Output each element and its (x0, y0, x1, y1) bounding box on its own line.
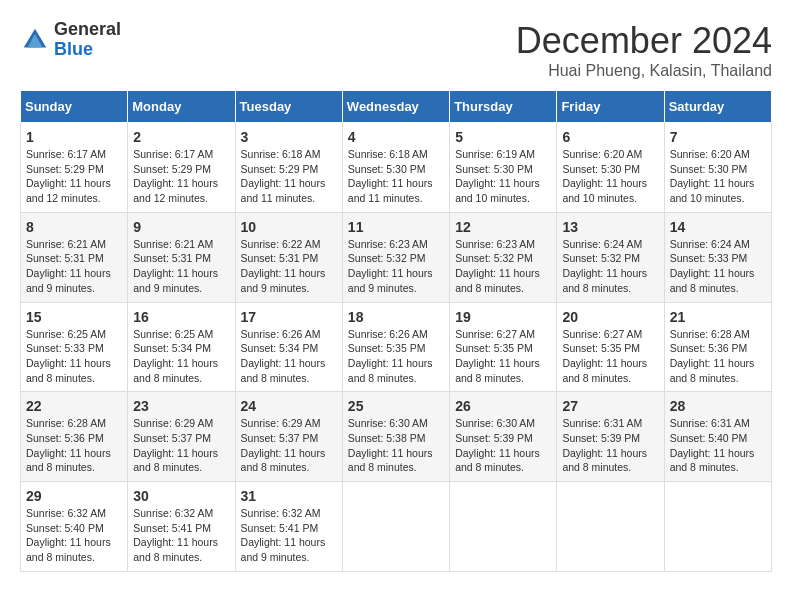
day-number: 22 (26, 398, 122, 414)
day-number: 5 (455, 129, 551, 145)
header-friday: Friday (557, 91, 664, 123)
day-number: 13 (562, 219, 658, 235)
day-cell-29: 29 Sunrise: 6:32 AMSunset: 5:40 PMDaylig… (21, 482, 128, 572)
day-info: Sunrise: 6:21 AMSunset: 5:31 PMDaylight:… (133, 237, 229, 296)
day-number: 17 (241, 309, 337, 325)
day-cell-5: 5 Sunrise: 6:19 AMSunset: 5:30 PMDayligh… (450, 123, 557, 213)
day-info: Sunrise: 6:20 AMSunset: 5:30 PMDaylight:… (562, 147, 658, 206)
day-cell-12: 12 Sunrise: 6:23 AMSunset: 5:32 PMDaylig… (450, 212, 557, 302)
day-cell-1: 1 Sunrise: 6:17 AMSunset: 5:29 PMDayligh… (21, 123, 128, 213)
day-info: Sunrise: 6:32 AMSunset: 5:41 PMDaylight:… (133, 506, 229, 565)
header-monday: Monday (128, 91, 235, 123)
day-info: Sunrise: 6:19 AMSunset: 5:30 PMDaylight:… (455, 147, 551, 206)
empty-cell (342, 482, 449, 572)
logo-icon (20, 25, 50, 55)
day-cell-9: 9 Sunrise: 6:21 AMSunset: 5:31 PMDayligh… (128, 212, 235, 302)
day-info: Sunrise: 6:26 AMSunset: 5:35 PMDaylight:… (348, 327, 444, 386)
day-info: Sunrise: 6:24 AMSunset: 5:33 PMDaylight:… (670, 237, 766, 296)
day-number: 25 (348, 398, 444, 414)
day-cell-23: 23 Sunrise: 6:29 AMSunset: 5:37 PMDaylig… (128, 392, 235, 482)
day-cell-21: 21 Sunrise: 6:28 AMSunset: 5:36 PMDaylig… (664, 302, 771, 392)
day-info: Sunrise: 6:23 AMSunset: 5:32 PMDaylight:… (348, 237, 444, 296)
day-number: 2 (133, 129, 229, 145)
day-cell-11: 11 Sunrise: 6:23 AMSunset: 5:32 PMDaylig… (342, 212, 449, 302)
week-row-4: 22 Sunrise: 6:28 AMSunset: 5:36 PMDaylig… (21, 392, 772, 482)
day-info: Sunrise: 6:28 AMSunset: 5:36 PMDaylight:… (26, 416, 122, 475)
day-info: Sunrise: 6:30 AMSunset: 5:39 PMDaylight:… (455, 416, 551, 475)
day-cell-20: 20 Sunrise: 6:27 AMSunset: 5:35 PMDaylig… (557, 302, 664, 392)
day-number: 24 (241, 398, 337, 414)
day-number: 10 (241, 219, 337, 235)
logo-general: General (54, 20, 121, 40)
day-info: Sunrise: 6:30 AMSunset: 5:38 PMDaylight:… (348, 416, 444, 475)
day-number: 4 (348, 129, 444, 145)
day-info: Sunrise: 6:31 AMSunset: 5:39 PMDaylight:… (562, 416, 658, 475)
day-cell-28: 28 Sunrise: 6:31 AMSunset: 5:40 PMDaylig… (664, 392, 771, 482)
day-number: 28 (670, 398, 766, 414)
day-cell-22: 22 Sunrise: 6:28 AMSunset: 5:36 PMDaylig… (21, 392, 128, 482)
day-info: Sunrise: 6:32 AMSunset: 5:40 PMDaylight:… (26, 506, 122, 565)
day-info: Sunrise: 6:25 AMSunset: 5:34 PMDaylight:… (133, 327, 229, 386)
day-cell-3: 3 Sunrise: 6:18 AMSunset: 5:29 PMDayligh… (235, 123, 342, 213)
week-row-2: 8 Sunrise: 6:21 AMSunset: 5:31 PMDayligh… (21, 212, 772, 302)
day-number: 9 (133, 219, 229, 235)
day-info: Sunrise: 6:26 AMSunset: 5:34 PMDaylight:… (241, 327, 337, 386)
day-number: 20 (562, 309, 658, 325)
day-info: Sunrise: 6:27 AMSunset: 5:35 PMDaylight:… (562, 327, 658, 386)
day-number: 6 (562, 129, 658, 145)
day-cell-17: 17 Sunrise: 6:26 AMSunset: 5:34 PMDaylig… (235, 302, 342, 392)
week-row-3: 15 Sunrise: 6:25 AMSunset: 5:33 PMDaylig… (21, 302, 772, 392)
day-cell-30: 30 Sunrise: 6:32 AMSunset: 5:41 PMDaylig… (128, 482, 235, 572)
day-number: 3 (241, 129, 337, 145)
day-info: Sunrise: 6:17 AMSunset: 5:29 PMDaylight:… (26, 147, 122, 206)
logo: General Blue (20, 20, 121, 60)
day-info: Sunrise: 6:25 AMSunset: 5:33 PMDaylight:… (26, 327, 122, 386)
day-info: Sunrise: 6:17 AMSunset: 5:29 PMDaylight:… (133, 147, 229, 206)
day-cell-24: 24 Sunrise: 6:29 AMSunset: 5:37 PMDaylig… (235, 392, 342, 482)
calendar-table: Sunday Monday Tuesday Wednesday Thursday… (20, 90, 772, 572)
week-row-1: 1 Sunrise: 6:17 AMSunset: 5:29 PMDayligh… (21, 123, 772, 213)
day-number: 31 (241, 488, 337, 504)
day-cell-14: 14 Sunrise: 6:24 AMSunset: 5:33 PMDaylig… (664, 212, 771, 302)
empty-cell (664, 482, 771, 572)
day-number: 12 (455, 219, 551, 235)
day-info: Sunrise: 6:28 AMSunset: 5:36 PMDaylight:… (670, 327, 766, 386)
header-tuesday: Tuesday (235, 91, 342, 123)
day-number: 1 (26, 129, 122, 145)
day-info: Sunrise: 6:24 AMSunset: 5:32 PMDaylight:… (562, 237, 658, 296)
header-wednesday: Wednesday (342, 91, 449, 123)
day-number: 14 (670, 219, 766, 235)
day-cell-15: 15 Sunrise: 6:25 AMSunset: 5:33 PMDaylig… (21, 302, 128, 392)
day-info: Sunrise: 6:22 AMSunset: 5:31 PMDaylight:… (241, 237, 337, 296)
page-header: General Blue December 2024 Huai Phueng, … (20, 20, 772, 80)
header-saturday: Saturday (664, 91, 771, 123)
logo-blue: Blue (54, 40, 121, 60)
header-thursday: Thursday (450, 91, 557, 123)
day-number: 21 (670, 309, 766, 325)
day-cell-4: 4 Sunrise: 6:18 AMSunset: 5:30 PMDayligh… (342, 123, 449, 213)
day-number: 11 (348, 219, 444, 235)
day-info: Sunrise: 6:29 AMSunset: 5:37 PMDaylight:… (133, 416, 229, 475)
day-cell-18: 18 Sunrise: 6:26 AMSunset: 5:35 PMDaylig… (342, 302, 449, 392)
day-info: Sunrise: 6:20 AMSunset: 5:30 PMDaylight:… (670, 147, 766, 206)
day-number: 27 (562, 398, 658, 414)
day-cell-8: 8 Sunrise: 6:21 AMSunset: 5:31 PMDayligh… (21, 212, 128, 302)
day-number: 7 (670, 129, 766, 145)
day-cell-7: 7 Sunrise: 6:20 AMSunset: 5:30 PMDayligh… (664, 123, 771, 213)
day-number: 26 (455, 398, 551, 414)
empty-cell (450, 482, 557, 572)
day-cell-2: 2 Sunrise: 6:17 AMSunset: 5:29 PMDayligh… (128, 123, 235, 213)
title-section: December 2024 Huai Phueng, Kalasin, Thai… (516, 20, 772, 80)
day-number: 29 (26, 488, 122, 504)
day-number: 8 (26, 219, 122, 235)
day-info: Sunrise: 6:23 AMSunset: 5:32 PMDaylight:… (455, 237, 551, 296)
day-cell-19: 19 Sunrise: 6:27 AMSunset: 5:35 PMDaylig… (450, 302, 557, 392)
day-number: 23 (133, 398, 229, 414)
day-info: Sunrise: 6:18 AMSunset: 5:30 PMDaylight:… (348, 147, 444, 206)
day-number: 30 (133, 488, 229, 504)
calendar-header-row: Sunday Monday Tuesday Wednesday Thursday… (21, 91, 772, 123)
day-cell-10: 10 Sunrise: 6:22 AMSunset: 5:31 PMDaylig… (235, 212, 342, 302)
header-sunday: Sunday (21, 91, 128, 123)
day-info: Sunrise: 6:27 AMSunset: 5:35 PMDaylight:… (455, 327, 551, 386)
day-number: 19 (455, 309, 551, 325)
